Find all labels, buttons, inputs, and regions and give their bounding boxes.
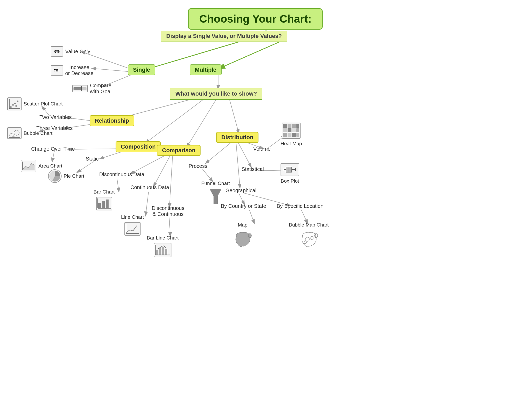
distribution-label: Distribution — [221, 134, 253, 141]
bubble-map-chart-icon — [297, 229, 320, 251]
value-only-node: 6% Value Only — [51, 46, 90, 57]
svg-marker-53 — [23, 164, 35, 170]
svg-line-29 — [237, 140, 251, 168]
process-node: Process — [189, 163, 207, 169]
by-country-state-label: By Country or State — [221, 203, 266, 209]
compare-goal-label: Compare with Goal — [90, 83, 111, 95]
scatter-plot-node: Scatter Plot Chart — [7, 97, 63, 110]
bubble-chart-node: Bubble Chart — [7, 127, 52, 139]
svg-point-42 — [12, 104, 14, 106]
map-label: Map — [238, 222, 248, 228]
bubble-chart-label: Bubble Chart — [24, 130, 52, 136]
statistical-node: Statistical — [242, 166, 264, 172]
comparison-node: Comparison — [157, 145, 201, 156]
svg-point-91 — [305, 237, 309, 241]
static-label: Static — [86, 156, 99, 162]
bar-line-chart-icon — [154, 243, 171, 257]
svg-line-4 — [218, 40, 283, 69]
two-variables-node: Two Variables — [39, 114, 72, 120]
svg-line-30 — [236, 141, 240, 188]
svg-rect-39 — [74, 87, 81, 90]
two-variables-label: Two Variables — [39, 114, 72, 120]
bubble-map-chart-node: Bubble Map Chart — [289, 222, 329, 251]
title-text: Choosing Your Chart: — [199, 13, 311, 25]
svg-line-25 — [145, 192, 149, 216]
increase-decrease-node: 7%↑ Increase or Decrease — [51, 64, 94, 76]
question2-label: What would you like to show? — [175, 90, 257, 97]
pie-chart-icon — [48, 169, 62, 183]
value-only-icon: 6% — [51, 46, 63, 57]
pie-chart-node: Pie Chart — [48, 169, 84, 183]
bar-chart-icon — [96, 197, 112, 210]
geographical-label: Geographical — [225, 188, 256, 194]
svg-rect-57 — [98, 203, 101, 208]
line-chart-label: Line Chart — [121, 214, 144, 220]
question1-label: Display a Single Value, or Multiple Valu… — [166, 33, 282, 39]
svg-rect-64 — [156, 250, 158, 255]
svg-point-49 — [14, 130, 19, 135]
svg-point-48 — [10, 134, 13, 137]
single-box: Single — [128, 64, 155, 75]
svg-rect-81 — [292, 133, 296, 137]
svg-rect-58 — [102, 201, 105, 208]
box-plot-node: Box Plot — [281, 163, 299, 184]
map-node: Map — [231, 222, 254, 251]
bar-line-chart-label: Bar Line Chart — [147, 235, 179, 241]
geographical-node: Geographical — [225, 188, 256, 194]
svg-line-22 — [153, 153, 171, 187]
svg-rect-73 — [292, 124, 296, 128]
funnel-chart-label: Funnel Chart — [201, 181, 230, 186]
connector-lines — [0, 0, 532, 399]
svg-rect-78 — [296, 128, 299, 132]
continuous-data-node: Continuous Data — [130, 184, 169, 190]
svg-line-10 — [145, 96, 208, 143]
svg-rect-71 — [283, 124, 287, 128]
area-chart-label: Area Chart — [38, 163, 62, 169]
comparison-box: Comparison — [157, 145, 201, 156]
svg-rect-75 — [283, 128, 287, 132]
pie-chart-label: Pie Chart — [64, 173, 84, 179]
svg-line-36 — [249, 210, 255, 224]
disc-continuous-label: Discontinuous & Continuous — [152, 205, 184, 217]
svg-line-21 — [130, 153, 170, 174]
static-node: Static — [86, 156, 99, 162]
bubble-chart-icon — [7, 127, 22, 139]
compare-goal-icon — [72, 85, 88, 92]
svg-rect-66 — [162, 247, 164, 255]
distribution-box: Distribution — [216, 132, 258, 143]
svg-rect-76 — [288, 128, 291, 132]
compare-goal-node: Compare with Goal — [72, 83, 111, 95]
distribution-node: Distribution — [216, 132, 258, 143]
svg-point-89 — [248, 234, 251, 238]
funnel-chart-icon — [209, 188, 222, 207]
svg-point-93 — [304, 241, 307, 244]
scatter-plot-icon — [7, 97, 22, 110]
scatter-plot-label: Scatter Plot Chart — [24, 101, 63, 107]
multiple-node: Multiple — [190, 64, 222, 75]
bar-line-chart-node: Bar Line Chart — [147, 235, 179, 257]
question1-box: Display a Single Value, or Multiple Valu… — [161, 31, 287, 42]
composition-label: Composition — [121, 143, 156, 150]
svg-rect-67 — [165, 249, 167, 255]
svg-point-92 — [310, 236, 313, 240]
heat-map-icon — [282, 123, 301, 139]
continuous-data-label: Continuous Data — [130, 184, 169, 190]
process-label: Process — [189, 163, 207, 169]
single-label: Single — [133, 66, 150, 73]
svg-rect-79 — [283, 133, 287, 137]
svg-line-31 — [203, 169, 213, 182]
by-specific-location-label: By Specific Location — [277, 203, 323, 209]
svg-point-43 — [14, 103, 16, 104]
title: Choosing Your Chart: — [188, 8, 323, 30]
relationship-box: Relationship — [90, 115, 134, 126]
svg-point-90 — [315, 234, 318, 238]
svg-rect-80 — [288, 133, 291, 137]
composition-box: Composition — [116, 141, 161, 152]
svg-point-41 — [10, 106, 12, 108]
increase-decrease-icon: 7%↑ — [51, 65, 63, 76]
svg-point-45 — [15, 105, 17, 107]
question2-box: What would you like to show? — [170, 88, 262, 100]
discontinuous-data-node: Discontinuous Data — [99, 171, 144, 177]
volume-label: Volume — [253, 146, 271, 152]
svg-rect-65 — [159, 248, 161, 255]
